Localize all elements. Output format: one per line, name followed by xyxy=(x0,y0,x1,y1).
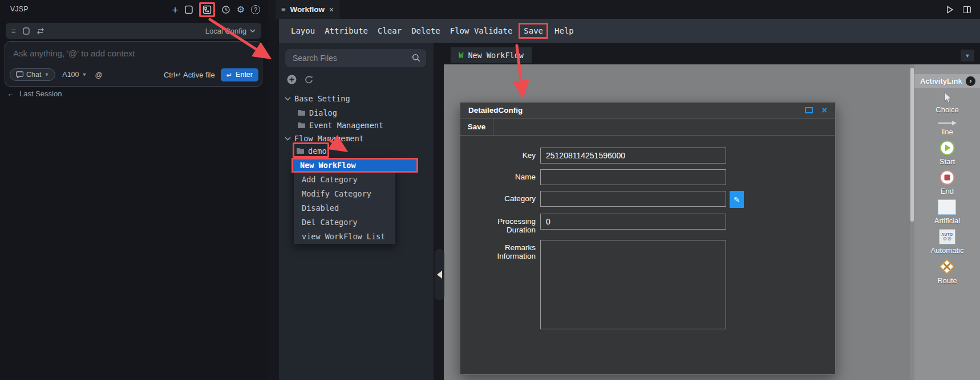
form-row-name: Name xyxy=(468,169,835,185)
category-edit-button[interactable]: ✎ xyxy=(730,191,744,208)
menu-item-attribute[interactable]: Attribute xyxy=(325,26,368,35)
settings-gear-icon[interactable]: ⚙ xyxy=(237,5,245,14)
chat-input-placeholder: Ask anything, '@' to add context xyxy=(13,48,135,58)
run-icon[interactable] xyxy=(946,6,954,14)
chat-input-box[interactable]: Ask anything, '@' to add context Chat ▼ … xyxy=(5,41,262,87)
doc-tab-new-workflow[interactable]: W New WorkFlow xyxy=(451,47,532,63)
palette-item-label: Start xyxy=(939,157,955,166)
menu-item-delete[interactable]: Delete xyxy=(411,26,440,35)
tab-close-icon[interactable]: × xyxy=(329,5,334,14)
menu-item-help[interactable]: Help xyxy=(554,26,574,35)
context-menu-item-new-workflow[interactable]: New WorkFlow xyxy=(291,158,418,173)
tree-group-base-setting[interactable]: Base Setting xyxy=(285,94,350,103)
enter-label: Enter xyxy=(236,71,253,79)
tab-strip-actions xyxy=(946,0,971,19)
context-menu-item-add-category[interactable]: Add Category xyxy=(294,173,395,187)
palette-item-label: Choice xyxy=(936,105,958,114)
folder-icon xyxy=(297,109,306,116)
remarks-information-label: Remarks Information xyxy=(468,240,536,329)
artificial-icon xyxy=(938,199,956,215)
menu-item-clear[interactable]: Clear xyxy=(378,26,402,35)
tree-item-dialog[interactable]: Dialog xyxy=(297,108,337,117)
close-icon[interactable]: × xyxy=(822,106,827,115)
chevron-down-icon xyxy=(285,137,291,141)
processing-duration-field[interactable] xyxy=(540,214,726,230)
maximize-icon[interactable] xyxy=(805,107,813,113)
chevron-down-icon xyxy=(285,97,291,101)
swap-arrows-icon[interactable] xyxy=(37,28,44,34)
last-session-link[interactable]: ← Last Session xyxy=(7,89,62,98)
search-input[interactable] xyxy=(285,49,426,67)
tree-group-label: Flow Management xyxy=(294,134,364,143)
tab-workflow[interactable]: ≡ Workflow × xyxy=(276,0,339,19)
detailed-config-dialog: DetailedConfig × Save Key Name Category xyxy=(460,102,836,375)
palette-item-choice[interactable]: Choice xyxy=(936,92,958,114)
canvas-scrollbar[interactable] xyxy=(910,64,914,380)
tree-group-label: Base Setting xyxy=(294,94,350,103)
palette-item-line[interactable]: line xyxy=(938,118,957,136)
palette-collapse-icon[interactable]: › xyxy=(966,76,975,86)
history-icon[interactable] xyxy=(221,5,230,14)
add-context-button[interactable]: @ xyxy=(95,71,102,79)
tree-item-event-management[interactable]: Event Management xyxy=(297,121,383,130)
palette-item-start[interactable]: Start xyxy=(939,140,955,166)
gears-icon: ⚙⚙ xyxy=(942,236,951,242)
chat-list-icon[interactable]: ≡ xyxy=(11,27,16,35)
refresh-icon[interactable] xyxy=(304,75,314,84)
split-editor-icon[interactable] xyxy=(963,6,971,13)
palette-item-end[interactable]: End xyxy=(939,170,955,195)
folder-icon xyxy=(297,122,306,129)
automatic-icon: AUTO ⚙⚙ xyxy=(939,229,955,244)
palette-item-label: Artificial xyxy=(934,216,961,225)
app-title: VJSP xyxy=(10,5,29,13)
category-field[interactable] xyxy=(540,191,726,207)
scrollbar-thumb[interactable] xyxy=(910,68,914,222)
model-selector[interactable]: A100 ▼ xyxy=(62,71,87,79)
back-arrow-icon: ← xyxy=(7,89,14,98)
shortcut-hint: Ctrl↵ Active file xyxy=(164,71,215,79)
context-menu-item-view-workflow-list[interactable]: view WorkFlow List xyxy=(294,230,395,244)
tab-workflow-label: Workflow xyxy=(290,5,325,14)
edit-pencil-icon: ✎ xyxy=(734,195,740,204)
chat-archive-icon[interactable] xyxy=(23,27,30,35)
speech-bubble-icon xyxy=(16,71,23,78)
new-chat-icon[interactable]: + xyxy=(172,5,179,15)
local-config-dropdown[interactable]: Local Config xyxy=(205,27,246,35)
palette-header: ActivityLink › xyxy=(914,74,980,88)
palette-item-label: Route xyxy=(937,276,957,285)
help-icon[interactable]: ? xyxy=(251,5,260,14)
remarks-information-field[interactable] xyxy=(540,240,726,329)
panel-collapse-handle[interactable] xyxy=(435,249,444,300)
name-field[interactable] xyxy=(540,169,726,185)
annotation-box-flow-icon xyxy=(199,2,215,17)
dialog-title: DetailedConfig xyxy=(468,106,523,115)
context-menu-item-modify-category[interactable]: Modify Category xyxy=(294,187,395,201)
annotation-box-demo xyxy=(293,142,329,158)
context-menu-item-disabled[interactable]: Disabled xyxy=(294,201,395,215)
dialog-tab-save[interactable]: Save xyxy=(460,119,493,135)
clipboard-icon[interactable] xyxy=(185,5,193,14)
assistant-panel: VJSP + ⚙ ? xyxy=(0,0,268,380)
chat-mode-pill[interactable]: Chat ▼ xyxy=(10,68,55,81)
key-label: Key xyxy=(468,148,536,164)
palette-item-route[interactable]: Route xyxy=(937,259,957,285)
form-row-key: Key xyxy=(468,148,835,164)
search-icon xyxy=(412,54,420,62)
palette-item-label: End xyxy=(941,187,954,195)
context-menu-item-del-category[interactable]: Del Category xyxy=(294,215,395,230)
menu-item-save[interactable]: Save xyxy=(519,23,548,39)
workflow-panel-icon[interactable] xyxy=(203,5,212,14)
menu-item-layou[interactable]: Layou xyxy=(291,26,315,35)
dialog-titlebar[interactable]: DetailedConfig × xyxy=(460,103,835,119)
tab-list-dropdown-button[interactable]: ▼ xyxy=(961,50,974,62)
line-arrow-icon xyxy=(938,120,957,126)
add-icon[interactable] xyxy=(287,75,297,84)
tree-group-flow-management[interactable]: Flow Management xyxy=(285,134,364,143)
chat-mode-label: Chat xyxy=(26,71,41,79)
enter-button[interactable]: ↵ Enter xyxy=(221,68,258,81)
palette-item-artificial[interactable]: Artificial xyxy=(934,199,961,225)
key-field[interactable] xyxy=(540,148,726,164)
palette-item-automatic[interactable]: AUTO ⚙⚙ Automatic xyxy=(931,229,964,255)
menu-item-flow-validate[interactable]: Flow Validate xyxy=(450,26,513,35)
doc-tab-row: W New WorkFlow ▼ xyxy=(444,46,980,64)
